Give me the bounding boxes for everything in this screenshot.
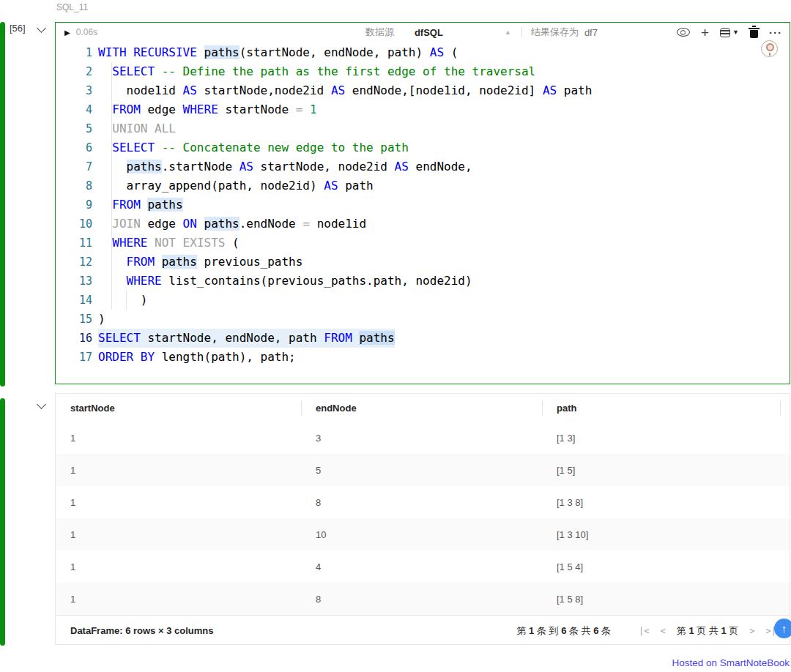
code-token bbox=[141, 198, 148, 212]
code-token: paths bbox=[162, 255, 197, 269]
sql-code-cell: ▶ 0.06s 数据源 dfSQL ▲ 结果保存为 df7 + ▼ ··· 1W… bbox=[55, 22, 790, 384]
code-line[interactable]: 14 ) bbox=[56, 291, 790, 310]
code-token: previous_paths bbox=[197, 255, 303, 269]
code-line[interactable]: 13 WHERE list_contains(previous_paths.pa… bbox=[56, 272, 790, 291]
output-active-bar bbox=[0, 398, 5, 646]
code-line[interactable]: 4 FROM edge WHERE startNode = 1 bbox=[56, 100, 790, 119]
code-token: paths bbox=[204, 217, 239, 231]
code-line[interactable]: 16SELECT startNode, endNode, path FROM p… bbox=[56, 329, 790, 348]
toolbar-icons: + ▼ ··· bbox=[677, 26, 782, 40]
cell-title[interactable]: SQL_11 bbox=[56, 2, 88, 12]
code-token: FROM bbox=[324, 331, 352, 345]
table-row: 18[1 5 8] bbox=[56, 583, 790, 615]
code-line[interactable]: 15) bbox=[56, 310, 790, 329]
code-token: startNode,node2id bbox=[197, 83, 331, 97]
code-token: SELECT bbox=[112, 141, 155, 154]
code-line[interactable]: 10 JOIN edge ON paths.endNode = node1id bbox=[56, 214, 790, 234]
code-line[interactable]: 11 WHERE NOT EXISTS ( bbox=[56, 234, 790, 253]
code-line[interactable]: 6 SELECT -- Concatenate new edge to the … bbox=[56, 138, 790, 157]
code-line[interactable]: 5 UNION ALL bbox=[56, 119, 790, 138]
pagination: |< < 第 1 页 共 1 页 > >| bbox=[639, 624, 776, 638]
code-token: startNode bbox=[218, 102, 296, 116]
code-token bbox=[98, 217, 112, 231]
code-line[interactable]: 7 paths.startNode AS startNode, node2id … bbox=[56, 157, 790, 176]
code-token: AS bbox=[239, 160, 253, 173]
code-token: SELECT bbox=[112, 64, 155, 78]
code-token: node1id bbox=[310, 217, 366, 231]
delete-cell-icon[interactable] bbox=[750, 27, 758, 38]
back-to-top-button[interactable]: ↑ bbox=[774, 619, 791, 638]
line-number: 6 bbox=[56, 138, 92, 157]
code-token: WHERE bbox=[112, 236, 147, 250]
code-token: ) bbox=[98, 312, 105, 326]
table-cell: 10 bbox=[301, 529, 542, 540]
code-token bbox=[98, 236, 112, 250]
line-number: 15 bbox=[56, 310, 92, 329]
cell-active-bar bbox=[0, 22, 5, 387]
table-cell: 3 bbox=[301, 433, 542, 444]
table-cell: [1 5] bbox=[542, 465, 790, 476]
code-token: .startNode bbox=[162, 160, 239, 173]
code-line[interactable]: 17ORDER BY length(path), path; bbox=[56, 348, 790, 367]
code-token: path bbox=[557, 83, 592, 97]
add-icon[interactable]: + bbox=[701, 26, 709, 40]
hosted-on-link[interactable]: Hosted on SmartNoteBook bbox=[672, 657, 790, 668]
code-token: ) bbox=[98, 293, 147, 307]
code-line[interactable]: 2 SELECT -- Define the path as the first… bbox=[56, 62, 790, 81]
caret-down-icon: ▼ bbox=[732, 29, 739, 36]
line-number: 3 bbox=[56, 81, 92, 100]
assistant-badge-icon[interactable] bbox=[761, 40, 778, 57]
code-text: node1id AS startNode,node2id AS endNode,… bbox=[98, 81, 592, 100]
code-line[interactable]: 3 node1id AS startNode,node2id AS endNod… bbox=[56, 81, 790, 100]
table-cell: 4 bbox=[301, 561, 542, 572]
save-target-name[interactable]: df7 bbox=[584, 27, 598, 38]
table-cell: 1 bbox=[56, 465, 301, 476]
code-token: endNode, bbox=[409, 160, 472, 173]
code-token: array_append(path, node2id) bbox=[98, 179, 324, 193]
more-options-icon[interactable]: ··· bbox=[769, 29, 782, 36]
line-number: 12 bbox=[56, 253, 92, 272]
code-token: FROM bbox=[112, 198, 141, 212]
code-text: paths.startNode AS startNode, node2id AS… bbox=[98, 157, 472, 176]
line-number: 8 bbox=[56, 176, 92, 195]
next-page-button[interactable]: > bbox=[749, 626, 754, 636]
code-token: (startNode, endNode, path) bbox=[239, 45, 430, 59]
run-cell-button[interactable]: ▶ bbox=[64, 29, 70, 37]
table-cell: [1 3] bbox=[542, 433, 790, 444]
code-token: = bbox=[302, 217, 310, 231]
prev-page-button[interactable]: < bbox=[661, 626, 666, 636]
execution-count: [56] bbox=[10, 23, 26, 34]
code-text: ORDER BY length(path), path; bbox=[98, 348, 296, 367]
table-cell: [1 5 8] bbox=[542, 594, 790, 605]
line-number: 11 bbox=[56, 234, 92, 253]
line-number: 10 bbox=[56, 214, 92, 234]
table-cell: 1 bbox=[56, 594, 301, 605]
code-text: UNION ALL bbox=[98, 119, 176, 138]
line-number: 14 bbox=[56, 291, 92, 310]
code-token: 1 bbox=[310, 102, 317, 116]
datasource-save-icon[interactable]: ▼ bbox=[720, 28, 739, 37]
collapse-cell-chevron-icon[interactable] bbox=[37, 23, 46, 33]
code-token: NOT EXISTS bbox=[155, 236, 225, 250]
result-body: 13[1 3]15[1 5]18[1 3 8]110[1 3 10]14[1 5… bbox=[56, 422, 790, 615]
code-token bbox=[197, 217, 204, 231]
code-line[interactable]: 1WITH RECURSIVE paths(startNode, endNode… bbox=[56, 43, 790, 62]
code-line[interactable]: 12 FROM paths previous_paths bbox=[56, 253, 790, 272]
save-result-label: 结果保存为 bbox=[531, 26, 579, 39]
code-line[interactable]: 8 array_append(path, node2id) AS path bbox=[56, 176, 790, 195]
first-page-button[interactable]: |< bbox=[639, 626, 649, 636]
code-text: SELECT -- Define the path as the first e… bbox=[98, 62, 535, 81]
code-token: ORDER BY bbox=[98, 350, 155, 364]
code-line[interactable]: 9 FROM paths bbox=[56, 195, 790, 214]
collapse-output-chevron-icon[interactable] bbox=[37, 400, 46, 409]
datasource-label: 数据源 bbox=[365, 26, 394, 39]
visibility-icon[interactable] bbox=[677, 28, 690, 37]
code-token: WHERE bbox=[183, 102, 218, 116]
code-token: ON bbox=[183, 217, 197, 231]
table-cell: 1 bbox=[56, 433, 301, 444]
code-editor[interactable]: 1WITH RECURSIVE paths(startNode, endNode… bbox=[56, 43, 790, 367]
code-token: UNION ALL bbox=[112, 122, 176, 135]
code-text: SELECT -- Concatenate new edge to the pa… bbox=[98, 138, 409, 157]
code-token: AS bbox=[183, 83, 197, 97]
engine-select[interactable]: dfSQL ▲ bbox=[415, 27, 511, 38]
